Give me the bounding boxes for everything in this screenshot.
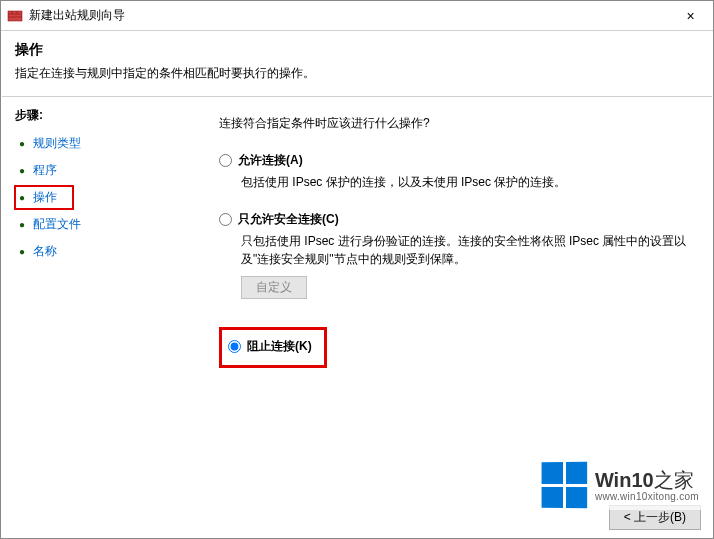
sidebar: 步骤: ● 规则类型 ● 程序 ● 操作 ● 配置文件 ● 名称 — [1, 97, 179, 504]
step-arrow-icon: ● — [19, 138, 31, 149]
option-secure-desc: 只包括使用 IPsec 进行身份验证的连接。连接的安全性将依照 IPsec 属性… — [241, 232, 691, 268]
page-subtitle: 指定在连接与规则中指定的条件相匹配时要执行的操作。 — [15, 65, 699, 82]
step-label: 名称 — [33, 243, 57, 260]
step-name[interactable]: ● 名称 — [15, 240, 179, 263]
wizard-body: 步骤: ● 规则类型 ● 程序 ● 操作 ● 配置文件 ● 名称 — [1, 97, 713, 504]
customize-button: 自定义 — [241, 276, 307, 299]
option-allow: 允许连接(A) 包括使用 IPsec 保护的连接，以及未使用 IPsec 保护的… — [219, 152, 691, 191]
radio-allow[interactable] — [219, 154, 232, 167]
step-action[interactable]: ● 操作 — [15, 186, 73, 209]
question-text: 连接符合指定条件时应该进行什么操作? — [219, 115, 691, 132]
option-block: 阻止连接(K) — [219, 327, 327, 368]
content-pane: 连接符合指定条件时应该进行什么操作? 允许连接(A) 包括使用 IPsec 保护… — [179, 97, 713, 504]
close-icon: × — [686, 8, 694, 24]
watermark-text: Win10之家 www.win10xitong.com — [595, 469, 699, 502]
option-allow-desc: 包括使用 IPsec 保护的连接，以及未使用 IPsec 保护的连接。 — [241, 173, 691, 191]
radio-block[interactable] — [228, 340, 241, 353]
step-arrow-icon: ● — [19, 219, 31, 230]
step-rule-type[interactable]: ● 规则类型 — [15, 132, 179, 155]
option-allow-label: 允许连接(A) — [238, 152, 303, 169]
step-arrow-icon: ● — [19, 192, 31, 203]
window-title: 新建出站规则向导 — [29, 7, 125, 24]
titlebar: 新建出站规则向导 × — [1, 1, 713, 31]
step-program[interactable]: ● 程序 — [15, 159, 179, 182]
page-title: 操作 — [15, 41, 699, 59]
watermark-url: www.win10xitong.com — [595, 491, 699, 502]
option-secure: 只允许安全连接(C) 只包括使用 IPsec 进行身份验证的连接。连接的安全性将… — [219, 211, 691, 299]
step-label: 配置文件 — [33, 216, 81, 233]
firewall-icon — [7, 8, 23, 24]
step-label: 操作 — [33, 189, 57, 206]
step-profile[interactable]: ● 配置文件 — [15, 213, 179, 236]
watermark-brand-b: 之家 — [654, 469, 694, 491]
step-label: 程序 — [33, 162, 57, 179]
windows-logo-icon — [542, 462, 588, 509]
step-arrow-icon: ● — [19, 165, 31, 176]
watermark: Win10之家 www.win10xitong.com — [537, 460, 703, 510]
step-arrow-icon: ● — [19, 246, 31, 257]
close-button[interactable]: × — [668, 1, 713, 31]
option-secure-label: 只允许安全连接(C) — [238, 211, 339, 228]
watermark-brand-a: Win10 — [595, 469, 654, 491]
steps-list: ● 规则类型 ● 程序 ● 操作 ● 配置文件 ● 名称 — [15, 132, 179, 263]
option-allow-line[interactable]: 允许连接(A) — [219, 152, 691, 169]
radio-secure[interactable] — [219, 213, 232, 226]
option-block-label: 阻止连接(K) — [247, 338, 312, 355]
wizard-header: 操作 指定在连接与规则中指定的条件相匹配时要执行的操作。 — [1, 31, 713, 96]
step-label: 规则类型 — [33, 135, 81, 152]
option-block-line[interactable]: 阻止连接(K) — [228, 338, 312, 355]
steps-title: 步骤: — [15, 107, 179, 124]
option-secure-line[interactable]: 只允许安全连接(C) — [219, 211, 691, 228]
svg-rect-0 — [8, 11, 22, 21]
